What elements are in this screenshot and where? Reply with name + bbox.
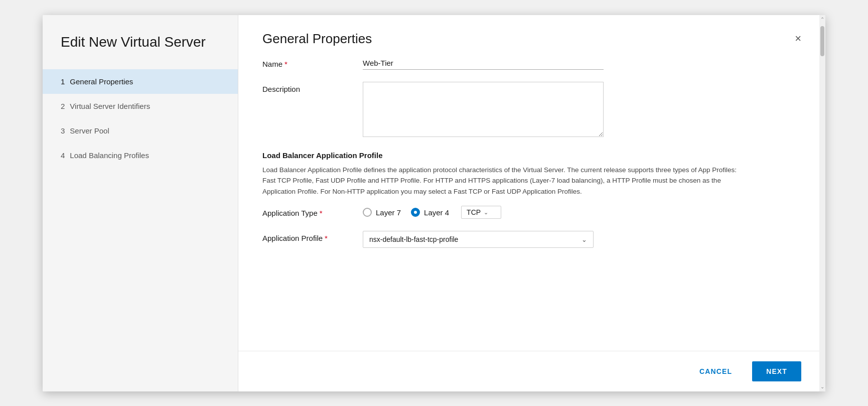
modal-dialog: Edit New Virtual Server 1 General Proper… bbox=[43, 15, 825, 391]
desc-label: Description bbox=[262, 82, 363, 93]
nav-item-general[interactable]: 1 General Properties bbox=[43, 69, 238, 94]
lb-section: Load Balancer Application Profile Load B… bbox=[262, 151, 801, 248]
sidebar: Edit New Virtual Server 1 General Proper… bbox=[43, 15, 238, 391]
content-header: General Properties × bbox=[238, 15, 825, 57]
radio-group: Layer 7 Layer 4 bbox=[363, 208, 449, 217]
app-type-controls: Layer 7 Layer 4 TCP bbox=[363, 206, 801, 219]
lb-section-desc: Load Balancer Application Profile define… bbox=[262, 165, 744, 197]
nav-label-general: General Properties bbox=[70, 77, 133, 86]
app-profile-control: nsx-default-lb-fast-tcp-profile ⌄ bbox=[363, 231, 801, 248]
nav-label-pool: Server Pool bbox=[70, 126, 109, 135]
app-profile-label: Application Profile* bbox=[262, 231, 363, 242]
name-row: Name* bbox=[262, 57, 801, 70]
radio-layer7[interactable]: Layer 7 bbox=[363, 208, 401, 217]
app-profile-dropdown[interactable]: nsx-default-lb-fast-tcp-profile ⌄ bbox=[363, 231, 594, 248]
scrollbar-track: ⌃ ⌄ bbox=[819, 15, 825, 391]
name-input[interactable] bbox=[363, 57, 604, 70]
app-type-label: Application Type* bbox=[262, 206, 363, 217]
desc-control bbox=[363, 82, 801, 139]
scroll-up-icon[interactable]: ⌃ bbox=[819, 15, 825, 24]
step-num-1: 1 bbox=[61, 77, 65, 86]
tcp-chevron-icon: ⌄ bbox=[484, 209, 488, 216]
cancel-button[interactable]: CANCEL bbox=[687, 361, 744, 381]
radio-circle-layer4 bbox=[411, 208, 420, 217]
close-button[interactable]: × bbox=[795, 33, 801, 44]
nav-label-identifiers: Virtual Server Identifiers bbox=[70, 102, 150, 110]
nav-item-pool[interactable]: 3 Server Pool bbox=[43, 118, 238, 143]
radio-layer4[interactable]: Layer 4 bbox=[411, 208, 449, 217]
name-control bbox=[363, 57, 801, 70]
description-row: Description bbox=[262, 82, 801, 139]
next-button[interactable]: NEXT bbox=[752, 361, 801, 381]
step-num-2: 2 bbox=[61, 102, 65, 110]
step-num-4: 4 bbox=[61, 151, 65, 160]
nav-label-profiles: Load Balancing Profiles bbox=[70, 151, 149, 160]
sidebar-title: Edit New Virtual Server bbox=[43, 33, 238, 69]
lb-section-title: Load Balancer Application Profile bbox=[262, 151, 801, 160]
app-profile-required: * bbox=[325, 234, 328, 242]
nav-item-profiles[interactable]: 4 Load Balancing Profiles bbox=[43, 143, 238, 168]
nav-item-identifiers[interactable]: 2 Virtual Server Identifiers bbox=[43, 94, 238, 118]
content-title: General Properties bbox=[262, 31, 372, 47]
layer4-label: Layer 4 bbox=[424, 208, 449, 217]
footer: CANCEL NEXT bbox=[238, 351, 825, 391]
step-num-3: 3 bbox=[61, 126, 65, 135]
app-profile-value: nsx-default-lb-fast-tcp-profile bbox=[369, 235, 458, 243]
content-area: General Properties × Name* Description bbox=[238, 15, 825, 391]
tcp-dropdown[interactable]: TCP ⌄ bbox=[461, 206, 501, 219]
scroll-down-icon[interactable]: ⌄ bbox=[819, 382, 825, 391]
radio-circle-layer7 bbox=[363, 208, 372, 217]
content-body: Name* Description Load Balancer Applicat… bbox=[238, 57, 825, 351]
app-type-required: * bbox=[320, 209, 323, 217]
scrollbar-thumb[interactable] bbox=[820, 26, 824, 56]
layer7-label: Layer 7 bbox=[376, 208, 401, 217]
app-profile-chevron-icon: ⌄ bbox=[582, 236, 587, 243]
app-type-options: Layer 7 Layer 4 TCP bbox=[363, 206, 801, 219]
app-profile-row: Application Profile* nsx-default-lb-fast… bbox=[262, 231, 801, 248]
name-label: Name* bbox=[262, 57, 363, 68]
description-input[interactable] bbox=[363, 82, 604, 137]
name-required: * bbox=[284, 60, 287, 68]
app-type-row: Application Type* Layer 7 bbox=[262, 206, 801, 219]
tcp-label: TCP bbox=[467, 208, 481, 216]
